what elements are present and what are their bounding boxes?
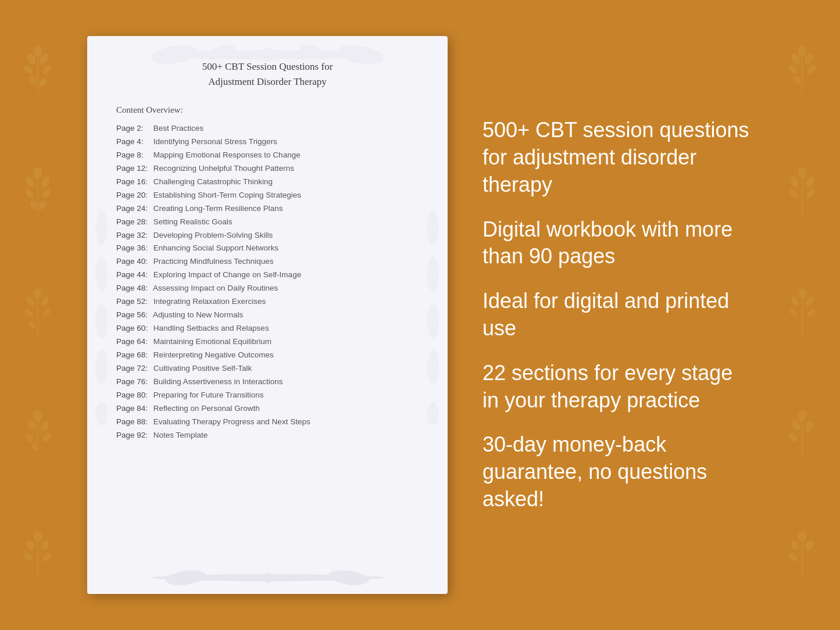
svg-point-62 [788,307,799,318]
svg-point-56 [805,188,816,200]
svg-point-13 [40,176,52,189]
table-of-contents-item: Page 32: Developing Problem-Solving Skil… [116,229,419,242]
main-content: 500+ CBT Session Questions for Adjustmen… [76,0,764,630]
table-of-contents-item: Page 36: Enhancing Social Support Networ… [116,242,419,255]
svg-point-70 [800,411,804,415]
table-of-contents-item: Page 88: Evaluating Therapy Progress and… [116,416,419,429]
table-of-contents-item: Page 40: Practicing Mindfulness Techniqu… [116,255,419,269]
table-of-contents-item: Page 4: Identifying Personal Stress Trig… [116,135,419,149]
svg-point-26 [28,320,37,330]
table-of-contents-item: Page 72: Cultivating Positive Self-Talk [116,362,419,375]
svg-point-86 [96,350,108,385]
svg-point-7 [38,77,48,88]
table-of-contents: Page 2: Best PracticesPage 4: Identifyin… [116,122,419,442]
svg-point-89 [427,257,439,292]
svg-point-78 [150,42,199,67]
svg-point-8 [35,46,40,51]
feature-item: 22 sections for every stage in your ther… [482,360,753,414]
svg-point-55 [788,188,800,200]
feature-item: Ideal for digital and printed use [482,288,753,342]
svg-point-4 [41,64,53,76]
table-of-contents-item: Page 28: Setting Realistic Goals [116,216,419,229]
svg-point-30 [40,420,51,432]
document-card: 500+ CBT Session Questions for Adjustmen… [87,36,448,594]
table-of-contents-item: Page 8: Mapping Emotional Responses to C… [116,149,419,162]
table-of-contents-item: Page 76: Building Assertiveness in Inter… [116,375,419,389]
svg-point-82 [298,42,330,63]
svg-point-17 [28,199,38,210]
table-of-contents-item: Page 60: Handling Setbacks and Relapses [116,322,419,335]
svg-point-94 [165,568,208,588]
svg-point-64 [800,289,804,292]
svg-point-53 [805,176,816,189]
svg-point-52 [789,176,800,189]
table-of-contents-item: Page 84: Reflecting on Personal Growth [116,402,419,416]
svg-point-12 [24,176,36,189]
svg-point-10 [42,56,45,59]
svg-point-81 [205,42,237,63]
content-overview-label: Content Overview: [116,105,419,115]
table-of-contents-item: Page 24: Creating Long-Term Resilience P… [116,202,419,216]
table-of-contents-item: Page 52: Integrating Relaxation Exercise… [116,295,419,309]
svg-point-95 [328,568,370,588]
svg-point-69 [788,432,799,443]
svg-point-35 [35,411,40,415]
svg-point-37 [24,539,36,552]
svg-point-84 [96,257,108,292]
doc-watermark-bottom [116,568,419,588]
svg-point-49 [792,74,802,85]
table-of-contents-item: Page 92: Notes Template [116,429,419,442]
svg-point-76 [800,532,804,536]
left-floral-border [0,0,76,630]
feature-item: 500+ CBT session questions for adjustmen… [482,117,753,198]
svg-point-18 [37,199,47,210]
svg-point-67 [804,420,816,432]
svg-point-83 [96,210,108,245]
svg-point-15 [24,188,35,200]
svg-point-91 [427,350,439,385]
svg-point-92 [427,402,439,425]
svg-point-6 [27,74,38,85]
table-of-contents-item: Page 12: Recognizing Unhelpful Thought P… [116,162,419,176]
table-of-contents-item: Page 44: Exploring Impact of Change on S… [116,269,419,282]
svg-point-59 [789,295,800,307]
table-of-contents-item: Page 16: Challenging Catastrophic Thinki… [116,176,419,189]
feature-item: Digital workbook with more than 90 pages [482,216,753,271]
doc-watermark-top [116,42,419,68]
svg-point-47 [806,64,817,76]
svg-point-57 [800,168,804,172]
table-of-contents-item: Page 2: Best Practices [116,122,419,135]
table-of-contents-item: Page 48: Assessing Impact on Daily Routi… [116,282,419,295]
table-of-contents-item: Page 64: Maintaining Emotional Equilibri… [116,335,419,349]
svg-point-25 [41,307,52,318]
svg-point-16 [40,188,52,200]
svg-point-21 [25,295,35,307]
svg-point-90 [427,303,439,338]
svg-point-22 [40,295,50,307]
svg-point-46 [787,64,799,76]
table-of-contents-item: Page 80: Preparing for Future Transition… [116,389,419,402]
feature-item: 30-day money-back guarantee, no question… [482,431,753,513]
doc-watermark-right [424,199,442,431]
svg-point-40 [23,551,34,563]
svg-point-73 [803,539,815,552]
svg-point-96 [262,572,273,583]
svg-point-32 [23,432,34,443]
svg-point-33 [41,432,52,443]
svg-point-75 [787,551,799,563]
right-floral-border [764,0,840,630]
svg-point-41 [41,551,53,563]
svg-point-24 [24,307,34,318]
svg-point-72 [789,539,800,552]
table-of-contents-item: Page 68: Reinterpreting Negative Outcome… [116,349,419,362]
svg-point-79 [336,42,385,67]
doc-watermark-left [93,199,110,431]
svg-point-19 [35,168,40,172]
svg-point-38 [39,539,51,552]
svg-point-87 [96,402,108,425]
feature-text-panel: 500+ CBT session questions for adjustmen… [471,117,753,513]
svg-point-88 [427,210,439,245]
svg-point-3 [23,64,34,76]
svg-point-50 [800,46,804,51]
svg-point-42 [35,532,40,536]
